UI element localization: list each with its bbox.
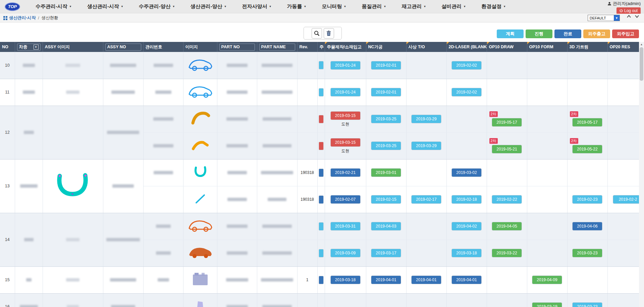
date-status-badge[interactable]: 2019-02-01: [371, 61, 401, 70]
date-status-badge[interactable]: 2019-03-19: [532, 302, 562, 307]
nav-item[interactable]: 전자사양서▼: [242, 3, 272, 10]
date-status-badge[interactable]: 2019-03-17: [371, 249, 401, 257]
date-status-badge[interactable]: 2019-02-02: [451, 61, 482, 70]
column-header-form[interactable]: OP10 FORM: [527, 42, 567, 52]
legend-button[interactable]: 계획: [497, 29, 524, 38]
nav-item[interactable]: 가동률▼: [287, 3, 307, 10]
filter-input-assy_no[interactable]: ASSY NO: [105, 44, 141, 51]
date-status-badge[interactable]: 2019-03-29: [411, 115, 441, 123]
collapse-down-icon[interactable]: [635, 15, 639, 18]
week-status-badge[interactable]: [319, 88, 324, 97]
column-header-nc[interactable]: NC가공: [366, 42, 406, 52]
date-status-badge[interactable]: 2019-04-06: [572, 222, 602, 231]
date-status-badge[interactable]: 2019-03-23: [572, 249, 602, 257]
nav-item[interactable]: 환경설정▼: [481, 3, 506, 10]
column-header-draw[interactable]: OP10 DRAW: [487, 42, 527, 52]
date-status-badge[interactable]: 2019-02-2: [613, 195, 639, 204]
legend-button[interactable]: 완료: [554, 29, 581, 38]
date-status-badge[interactable]: 2019-02-21: [330, 168, 361, 177]
date-status-badge[interactable]: 2019-01-24: [330, 61, 361, 70]
column-header-part_no[interactable]: PART NO: [217, 42, 257, 52]
logout-button[interactable]: Log out: [616, 7, 641, 14]
date-status-badge[interactable]: 2019-03-25: [371, 115, 401, 123]
column-header-res[interactable]: OP20 RES: [607, 42, 639, 52]
legend-button[interactable]: 외주출고: [583, 29, 610, 38]
date-status-badge[interactable]: 2019-05-17: [572, 118, 602, 127]
nav-item[interactable]: 수주관리-시작▼: [36, 3, 72, 10]
date-status-badge[interactable]: 2019-04-02: [451, 222, 482, 231]
date-status-badge[interactable]: 2019-03-25: [371, 141, 401, 150]
column-header-cast[interactable]: 주물제작/소재입고: [325, 42, 366, 52]
date-status-badge[interactable]: 2019-03-29: [411, 141, 441, 150]
date-status-badge[interactable]: 2019-03-01: [371, 168, 401, 177]
view-selector-caret-icon[interactable]: ▼: [614, 15, 620, 21]
week-status-badge[interactable]: [319, 195, 324, 204]
week-status-badge[interactable]: [319, 61, 324, 69]
date-status-badge[interactable]: 2019-02-01: [371, 88, 401, 97]
legend-button[interactable]: 외주입고: [612, 29, 639, 38]
week-status-badge[interactable]: [319, 222, 324, 231]
column-header-assy_no[interactable]: ASSY NO: [103, 42, 143, 52]
legend-button[interactable]: 진행: [526, 29, 552, 38]
date-status-badge[interactable]: 2019-03-09: [330, 249, 361, 257]
column-header-assy_img[interactable]: ASSY 이미지: [43, 42, 103, 52]
column-header-no[interactable]: NO: [0, 42, 15, 52]
date-status-badge[interactable]: 2019-02-17: [411, 195, 441, 204]
nav-item[interactable]: 설비관리▼: [441, 3, 466, 10]
column-header-mgmt[interactable]: 관리번호: [143, 42, 183, 52]
date-status-badge[interactable]: 2019-03-31: [330, 222, 361, 231]
vertical-scrollbar[interactable]: ▲: [639, 42, 644, 307]
date-status-badge[interactable]: 2019-05-17: [492, 118, 522, 127]
date-status-badge[interactable]: 2019-02-02: [451, 88, 482, 97]
date-status-badge[interactable]: 2019-03-18: [451, 249, 482, 257]
date-status-badge[interactable]: 2019-04-09: [532, 275, 562, 284]
date-status-badge[interactable]: 2019-02-07: [330, 195, 361, 204]
date-status-badge[interactable]: 2019-03-02: [451, 168, 482, 177]
nav-item[interactable]: 수주관리-양산▼: [139, 3, 175, 10]
date-status-badge[interactable]: 2019-05-21: [492, 145, 522, 154]
column-header-week[interactable]: 주: [317, 42, 325, 52]
date-status-badge[interactable]: 2019-03-23: [572, 302, 602, 307]
column-header-part_name[interactable]: PART NAME: [257, 42, 297, 52]
scroll-thumb[interactable]: [640, 47, 643, 81]
date-status-badge[interactable]: 2019-01-24: [330, 88, 361, 97]
date-status-badge[interactable]: 2019-04-01: [411, 275, 441, 284]
column-header-trim[interactable]: 3D 가트림: [567, 42, 607, 52]
date-status-badge[interactable]: 2019-03-15: [330, 111, 361, 120]
date-status-badge[interactable]: 2019-03-18: [330, 275, 361, 284]
date-status-badge[interactable]: 2019-05-22: [572, 145, 602, 154]
filter-input-part_name[interactable]: PART NAME: [259, 44, 295, 51]
column-header-img[interactable]: 이미지: [183, 42, 217, 52]
date-status-badge[interactable]: 2019-03-15: [330, 138, 361, 147]
date-status-badge[interactable]: 2019-04-01: [451, 275, 482, 284]
date-status-badge[interactable]: 2019-02-18: [451, 195, 482, 204]
column-header-rev[interactable]: Rev.: [297, 42, 317, 52]
date-status-badge[interactable]: 2019-02-22: [492, 195, 522, 204]
search-button[interactable]: [312, 28, 322, 39]
nav-item[interactable]: 재고관리▼: [401, 3, 426, 10]
column-header-sasang[interactable]: 사상 T/O: [406, 42, 446, 52]
week-status-badge[interactable]: [319, 169, 324, 177]
date-status-badge[interactable]: 2019-04-01: [371, 275, 401, 284]
date-status-badge[interactable]: 2019-04-05: [492, 222, 522, 231]
scroll-up-icon[interactable]: ▲: [639, 42, 644, 47]
nav-item[interactable]: 생산관리-양산▼: [191, 3, 227, 10]
column-header-laser[interactable]: 2D-LASER (BLANK): [446, 42, 487, 52]
breadcrumb-section[interactable]: 생산관리-시작: [9, 15, 36, 21]
date-status-badge[interactable]: 2019-02-15: [371, 195, 401, 204]
week-status-badge[interactable]: [319, 276, 324, 284]
date-status-badge[interactable]: 2019-04-03: [371, 222, 401, 231]
filter-input-part_no[interactable]: PART NO: [219, 44, 255, 51]
view-selector[interactable]: DEFAULT ▼: [588, 15, 620, 21]
collapse-up-icon[interactable]: [627, 15, 631, 18]
nav-item[interactable]: 품질관리▼: [362, 3, 386, 10]
nav-item[interactable]: 모니터링▼: [322, 3, 346, 10]
app-logo[interactable]: TOP: [5, 2, 20, 11]
date-status-badge[interactable]: 2019-03-22: [492, 249, 522, 257]
filter-dropdown-vehicle[interactable]: 차종▼: [17, 44, 41, 51]
clear-button[interactable]: [324, 28, 334, 39]
week-status-badge[interactable]: [319, 115, 324, 123]
week-status-badge[interactable]: [319, 249, 324, 257]
date-status-badge[interactable]: 2019-02-23: [572, 195, 602, 204]
week-status-badge[interactable]: [319, 142, 324, 150]
